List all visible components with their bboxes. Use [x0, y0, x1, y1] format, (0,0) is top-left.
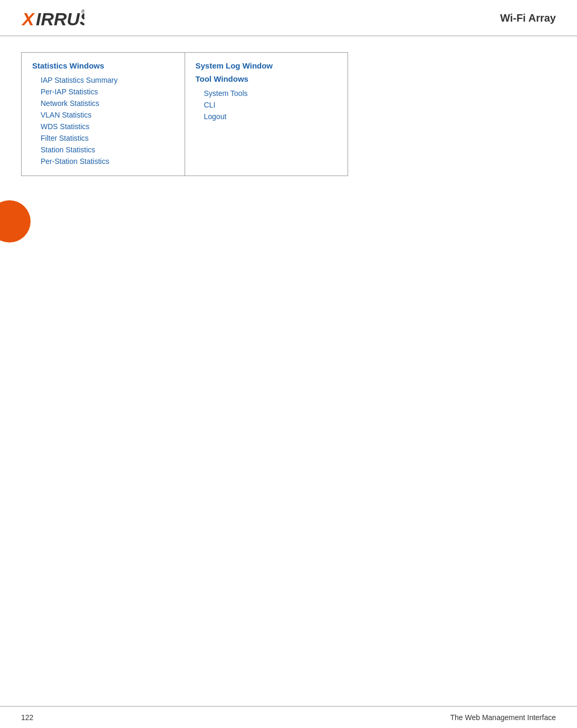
page-footer: 122 The Web Management Interface	[0, 706, 577, 728]
svg-text:®: ®	[81, 8, 84, 15]
footer-description: The Web Management Interface	[450, 713, 556, 722]
menu-table: Statistics Windows IAP Statistics Summar…	[21, 52, 348, 176]
per-iap-statistics-link[interactable]: Per-IAP Statistics	[32, 86, 174, 98]
network-statistics-link[interactable]: Network Statistics	[32, 98, 174, 109]
vlan-statistics-link[interactable]: VLAN Statistics	[32, 109, 174, 121]
svg-text:X: X	[21, 9, 35, 29]
logo-area: X IRRUS ®	[21, 6, 84, 30]
system-tools-link[interactable]: System Tools	[196, 88, 338, 99]
page-title: Wi-Fi Array	[500, 12, 556, 24]
cli-link[interactable]: CLI	[196, 99, 338, 111]
main-content: Statistics Windows IAP Statistics Summar…	[0, 36, 577, 192]
wds-statistics-link[interactable]: WDS Statistics	[32, 121, 174, 132]
filter-statistics-link[interactable]: Filter Statistics	[32, 132, 174, 144]
statistics-windows-heading: Statistics Windows	[32, 61, 174, 70]
tool-windows-heading: Tool Windows	[196, 74, 338, 83]
per-station-statistics-link[interactable]: Per-Station Statistics	[32, 156, 174, 167]
svg-text:IRRUS: IRRUS	[36, 9, 84, 29]
iap-statistics-summary-link[interactable]: IAP Statistics Summary	[32, 74, 174, 86]
statistics-windows-column: Statistics Windows IAP Statistics Summar…	[22, 53, 185, 176]
orange-circle-decoration	[0, 200, 31, 242]
page-header: X IRRUS ® Wi-Fi Array	[0, 0, 577, 36]
station-statistics-link[interactable]: Station Statistics	[32, 144, 174, 156]
logout-link[interactable]: Logout	[196, 111, 338, 122]
system-log-window-heading: System Log Window	[196, 61, 338, 70]
tool-windows-column: System Log Window Tool Windows System To…	[185, 53, 348, 176]
footer-page-number: 122	[21, 713, 33, 722]
xirrus-logo: X IRRUS ®	[21, 6, 84, 30]
